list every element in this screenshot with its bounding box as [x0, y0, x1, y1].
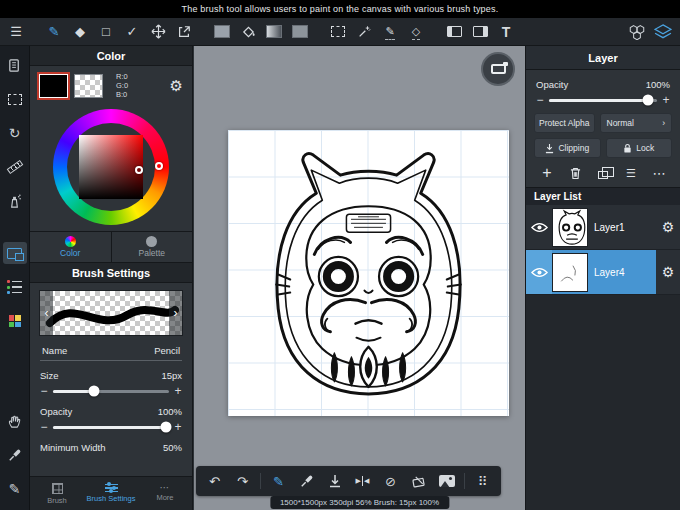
rgb-b: B:0	[116, 90, 128, 99]
swatch-row: R:0 G:0 B:0 ⚙	[30, 66, 192, 103]
prev-brush-arrow[interactable]: ‹	[40, 291, 53, 335]
layer1-thumbnail[interactable]	[552, 208, 588, 247]
tab-palette[interactable]: Palette	[112, 232, 193, 262]
flip-horizontal-icon[interactable]: ▶◀	[349, 468, 376, 494]
blend-mode-button[interactable]: Normal ›	[600, 113, 673, 133]
layer4-gear-icon[interactable]: ⚙	[656, 250, 680, 294]
navigator-icon	[491, 64, 506, 74]
canvas[interactable]	[228, 130, 509, 416]
hue-ring[interactable]	[53, 109, 169, 225]
rotate-view-icon[interactable]: ↻	[3, 122, 27, 144]
save-icon[interactable]	[321, 468, 348, 494]
brush-tool-icon[interactable]: ✎	[41, 20, 67, 44]
main-toolbar: ☰ ✎ ◆ □ ✓ ✎ ◇ T	[0, 18, 680, 46]
layers-panel-icon[interactable]	[650, 20, 676, 44]
tab-more[interactable]: ⋯ More	[138, 477, 192, 510]
color-grid-icon[interactable]	[3, 310, 27, 332]
color-settings-gear-icon[interactable]: ⚙	[170, 77, 183, 95]
layer4-visibility-eye-icon[interactable]	[526, 250, 552, 294]
text-tool-icon[interactable]: T	[493, 20, 519, 44]
duplicate-layer-icon[interactable]	[594, 165, 612, 181]
eraser-tool-icon[interactable]: ◆	[67, 20, 93, 44]
split-panel-icon[interactable]	[441, 20, 467, 44]
move-tool-icon[interactable]	[145, 20, 171, 44]
layer-row-1[interactable]: Layer1 ⚙	[526, 205, 680, 250]
selection-icon[interactable]	[3, 88, 27, 110]
eyedropper-icon[interactable]	[293, 468, 320, 494]
layer-opacity-value: 100%	[646, 79, 670, 90]
paint-bucket-icon[interactable]	[235, 20, 261, 44]
min-width-row: Minimum Width 50%	[30, 439, 192, 455]
pencil-tool-icon[interactable]: ✎	[3, 478, 27, 500]
select-pen-icon[interactable]: ✎	[377, 20, 403, 44]
layer1-visibility-eye-icon[interactable]	[526, 205, 552, 249]
sv-marker[interactable]	[135, 166, 143, 174]
no-draw-icon[interactable]: ⊘	[377, 468, 404, 494]
navigator-button[interactable]	[481, 52, 515, 86]
menu-icon[interactable]: ☰	[3, 20, 29, 44]
hue-marker[interactable]	[155, 162, 163, 170]
clipping-button[interactable]: Clipping	[534, 138, 601, 158]
brush-name-label: Name	[42, 345, 67, 356]
layer-opacity-minus[interactable]: −	[536, 95, 544, 105]
brush-preview: ‹ ›	[39, 290, 183, 336]
protect-alpha-button[interactable]: Protect Alpha	[534, 113, 595, 133]
brush-cursor-icon[interactable]: ✎	[265, 468, 292, 494]
opacity-minus[interactable]: −	[40, 422, 48, 432]
saturation-value-square[interactable]	[79, 135, 143, 199]
tab-brush-settings[interactable]: Brush Settings	[84, 477, 138, 510]
layer1-gear-icon[interactable]: ⚙	[656, 205, 680, 249]
panel-toggle-icon[interactable]	[467, 20, 493, 44]
brush-stroke-preview	[40, 291, 182, 335]
brush-name-row[interactable]: Name Pencil	[40, 343, 182, 361]
cloud-team-icon[interactable]	[624, 20, 650, 44]
hand-tool-icon[interactable]	[3, 410, 27, 432]
layer-opacity-slider[interactable]: − +	[526, 92, 680, 108]
ruler-icon[interactable]	[3, 156, 27, 178]
opacity-plus[interactable]: +	[174, 422, 182, 432]
floating-toolbar: ↶ ↷ ✎ ▶◀ ⊘ ⠿	[196, 466, 501, 496]
next-brush-arrow[interactable]: ›	[169, 291, 182, 335]
delete-layer-icon[interactable]	[566, 165, 584, 181]
size-minus[interactable]: −	[40, 386, 48, 396]
shape-tool-icon[interactable]: □	[93, 20, 119, 44]
layer4-name: Layer4	[588, 267, 656, 278]
layer4-thumbnail[interactable]	[552, 253, 588, 292]
fill-color-swatch[interactable]	[209, 20, 235, 44]
select-eraser-icon[interactable]: ◇	[403, 20, 429, 44]
brush-opacity-slider[interactable]: − +	[30, 419, 192, 435]
export-icon[interactable]	[171, 20, 197, 44]
canvas-area: ↶ ↷ ✎ ▶◀ ⊘ ⠿ 1500*1500px 350dpi 56% Brus…	[194, 46, 525, 510]
pages-icon[interactable]	[3, 54, 27, 76]
brush-opacity-label: Opacity	[40, 406, 72, 417]
brush-opacity-value: 100%	[158, 406, 182, 417]
tab-color[interactable]: Color	[30, 232, 112, 262]
image-icon[interactable]	[433, 468, 460, 494]
brush-name-value: Pencil	[154, 345, 180, 356]
gradient-tool-icon[interactable]	[261, 20, 287, 44]
material-list-icon[interactable]	[3, 276, 27, 298]
layer-opacity-plus[interactable]: +	[662, 95, 670, 105]
tab-brush[interactable]: Brush	[30, 477, 84, 510]
lock-button[interactable]: Lock	[606, 138, 673, 158]
background-swatch[interactable]	[74, 74, 103, 98]
size-plus[interactable]: +	[174, 386, 182, 396]
drag-handle-icon[interactable]: ⠿	[469, 468, 496, 494]
layer-list-icon[interactable]: ☰	[622, 165, 640, 181]
secondary-swatch[interactable]	[287, 20, 313, 44]
add-layer-icon[interactable]: +	[538, 165, 556, 181]
foreground-swatch[interactable]	[39, 74, 68, 98]
pen-check-tool-icon[interactable]: ✓	[119, 20, 145, 44]
eyedropper-tool-icon[interactable]	[3, 444, 27, 466]
layer-buttons-row-2: Clipping Lock	[534, 138, 672, 158]
magic-wand-icon[interactable]	[351, 20, 377, 44]
layer-more-icon[interactable]: ⋯	[650, 165, 668, 181]
airbrush-icon[interactable]	[3, 190, 27, 212]
brush-size-slider[interactable]: − +	[30, 383, 192, 399]
marquee-select-icon[interactable]	[325, 20, 351, 44]
undo-icon[interactable]: ↶	[201, 468, 228, 494]
window-panel-icon[interactable]	[3, 242, 27, 264]
clear-eraser-icon[interactable]	[405, 468, 432, 494]
redo-icon[interactable]: ↷	[229, 468, 256, 494]
layer-row-2-selected[interactable]: Layer4 ⚙	[526, 250, 680, 295]
